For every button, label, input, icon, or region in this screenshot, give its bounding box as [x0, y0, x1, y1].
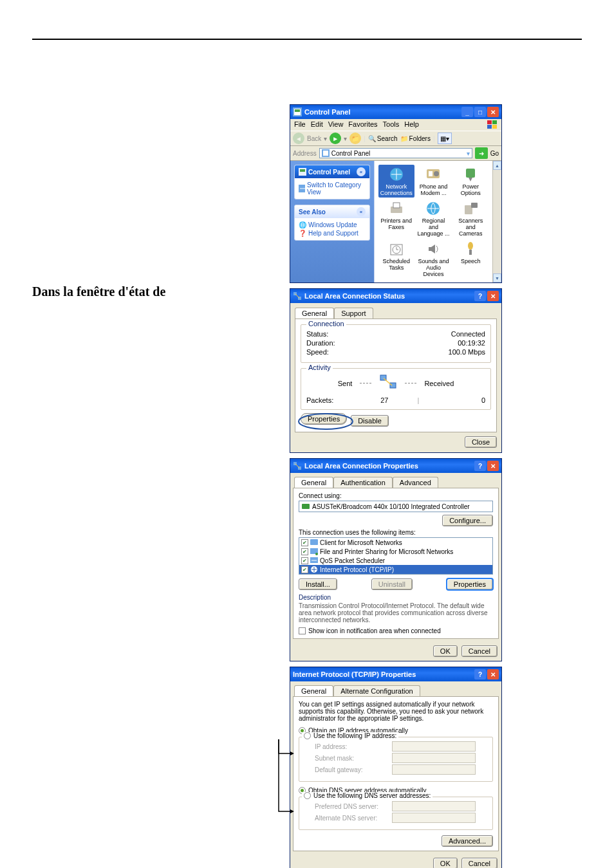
- close-button[interactable]: ✕: [487, 107, 499, 117]
- radio-use-ip[interactable]: [304, 732, 311, 739]
- group-activity: Activity: [306, 364, 333, 371]
- back-button[interactable]: ◄: [293, 133, 304, 144]
- views-button[interactable]: ▦▾: [438, 133, 452, 144]
- help-button[interactable]: ?: [474, 461, 486, 471]
- sidebar-head-seealso[interactable]: See Also «: [295, 205, 369, 218]
- sidebar-head-control[interactable]: Control Panel «: [295, 165, 369, 178]
- group-connection: Connection: [306, 320, 346, 328]
- gateway-input: [392, 764, 476, 775]
- svg-rect-4: [492, 120, 497, 124]
- titlebar[interactable]: Local Area Connection Properties ? ✕: [290, 459, 501, 473]
- svg-marker-39: [290, 752, 294, 755]
- scroll-down-icon[interactable]: ▼: [493, 273, 501, 282]
- menu-view[interactable]: View: [328, 120, 344, 129]
- connection-items-list[interactable]: ✔Client for Microsoft Networks ✔File and…: [299, 537, 493, 575]
- svg-rect-5: [487, 125, 492, 129]
- cancel-button[interactable]: Cancel: [461, 645, 498, 657]
- speed-label: Speed:: [306, 348, 329, 356]
- activity-icon: [379, 374, 397, 392]
- cp-item-phone[interactable]: Phone and Modem ...: [416, 165, 452, 198]
- packets-label: Packets:: [306, 396, 351, 404]
- tab-general[interactable]: General: [294, 685, 333, 696]
- ok-button[interactable]: OK: [433, 858, 458, 868]
- checkbox-icon[interactable]: ✔: [301, 566, 308, 573]
- sidebar-link-help[interactable]: ❓Help and Support: [299, 229, 366, 237]
- minimize-button[interactable]: _: [461, 107, 473, 117]
- checkbox-icon[interactable]: ✔: [301, 539, 308, 546]
- menu-edit[interactable]: Edit: [311, 120, 323, 129]
- speed-value: 100.0 Mbps: [449, 348, 485, 356]
- address-box[interactable]: Control Panel ▾: [319, 148, 472, 158]
- checkbox-icon[interactable]: ✔: [301, 557, 308, 564]
- cp-item-sounds[interactable]: Sounds and Audio Devices: [416, 239, 452, 279]
- svg-rect-3: [487, 120, 492, 124]
- titlebar[interactable]: Control Panel _ □ ✕: [290, 105, 501, 119]
- close-dialog-button[interactable]: Close: [465, 436, 497, 448]
- vertical-scrollbar[interactable]: ▲ ▼: [492, 161, 501, 282]
- speech-icon: [462, 241, 479, 257]
- tab-altconfig[interactable]: Alternate Configuration: [333, 685, 420, 696]
- address-label: Address: [293, 150, 317, 157]
- tab-authentication[interactable]: Authentication: [333, 477, 393, 488]
- cp-item-scanners[interactable]: Scanners and Cameras: [452, 199, 488, 238]
- switch-category-link[interactable]: Switch to Category View: [299, 181, 366, 196]
- menu-favorites[interactable]: Favorites: [348, 120, 377, 129]
- titlebar[interactable]: Local Area Connection Status ? ✕: [290, 289, 501, 303]
- close-button[interactable]: ✕: [487, 669, 499, 679]
- help-button[interactable]: ?: [474, 291, 486, 301]
- cp-item-power[interactable]: Power Options: [452, 165, 488, 198]
- sidebar-panel-seealso: See Also « 🌐Windows Update ❓Help and Sup…: [294, 205, 370, 241]
- alternate-dns-label: Alternate DNS server:: [315, 815, 392, 822]
- disable-button[interactable]: Disable: [351, 415, 389, 427]
- advanced-button[interactable]: Advanced...: [442, 835, 493, 847]
- radio-use-dns[interactable]: [304, 792, 311, 799]
- sidebar-link-windows-update[interactable]: 🌐Windows Update: [299, 221, 366, 229]
- menu-file[interactable]: File: [294, 120, 306, 129]
- menu-help[interactable]: Help: [404, 120, 419, 129]
- sidebar-control-panel-icon: [299, 168, 306, 176]
- go-button[interactable]: ➜: [475, 147, 488, 159]
- cp-item-regional[interactable]: Regional and Language ...: [416, 199, 452, 238]
- close-button[interactable]: ✕: [487, 461, 499, 471]
- tcpip-icon: [310, 566, 318, 573]
- tab-general[interactable]: General: [295, 308, 334, 319]
- client-icon: [310, 539, 318, 546]
- titlebar[interactable]: Internet Protocol (TCP/IP) Properties ? …: [290, 667, 501, 681]
- tab-general[interactable]: General: [294, 477, 333, 488]
- search-button[interactable]: 🔍Search: [368, 135, 398, 142]
- collapse-icon[interactable]: «: [357, 207, 366, 216]
- status-label: Status:: [306, 330, 328, 338]
- window-title: Internet Protocol (TCP/IP) Properties: [293, 670, 416, 678]
- help-button[interactable]: ?: [474, 669, 486, 679]
- folders-button[interactable]: 📁Folders: [400, 135, 431, 142]
- cp-item-printers[interactable]: Printers and Faxes: [378, 199, 414, 238]
- back-label: Back: [307, 135, 321, 142]
- tab-advanced[interactable]: Advanced: [393, 477, 438, 488]
- collapse-icon[interactable]: «: [357, 167, 366, 176]
- svg-rect-25: [469, 250, 472, 255]
- install-button[interactable]: Install...: [299, 578, 337, 590]
- forward-button[interactable]: ►: [330, 133, 341, 144]
- configure-button[interactable]: Configure...: [442, 515, 493, 526]
- item-properties-button[interactable]: Properties: [447, 578, 493, 590]
- go-label: Go: [490, 150, 499, 157]
- svg-marker-40: [290, 809, 294, 813]
- cp-item-speech[interactable]: Speech: [452, 239, 488, 279]
- scroll-up-icon[interactable]: ▲: [493, 161, 501, 170]
- checkbox-icon[interactable]: ✔: [301, 548, 308, 555]
- cp-item-scheduled[interactable]: Scheduled Tasks: [378, 239, 414, 279]
- maximize-button[interactable]: □: [474, 107, 486, 117]
- regional-icon: [425, 200, 442, 217]
- tab-support[interactable]: Support: [334, 308, 373, 319]
- items-heading: This connection uses the following items…: [299, 529, 493, 536]
- up-button[interactable]: 📁: [349, 133, 361, 144]
- show-icon-checkbox[interactable]: ✔: [299, 627, 306, 634]
- ok-button[interactable]: OK: [433, 645, 458, 657]
- menu-tools[interactable]: Tools: [383, 120, 400, 129]
- control-panel-small-icon: [322, 149, 330, 157]
- cancel-button[interactable]: Cancel: [461, 858, 498, 868]
- cp-item-network[interactable]: Network Connections: [378, 165, 414, 198]
- close-button[interactable]: ✕: [487, 291, 499, 301]
- uninstall-button[interactable]: Uninstall: [371, 578, 413, 590]
- description-heading: Description: [299, 594, 331, 601]
